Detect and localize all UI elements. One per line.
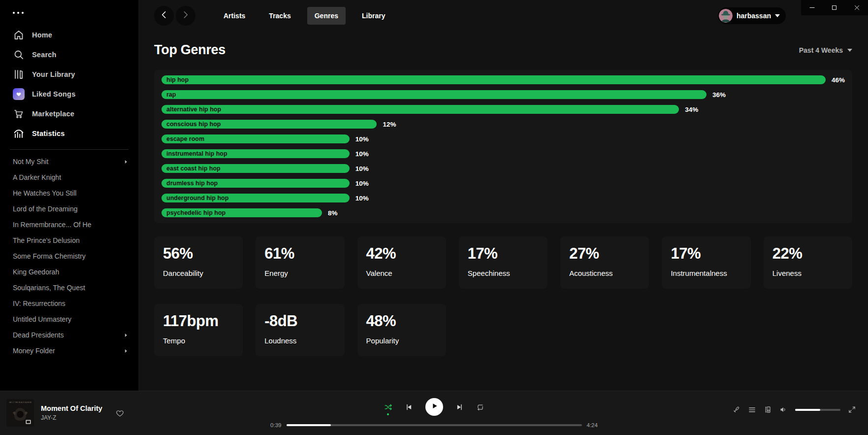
playlist-item[interactable]: Soulqarians, The Quest (0, 280, 138, 296)
previous-button[interactable] (405, 403, 413, 411)
volume-slider[interactable] (795, 409, 840, 411)
play-button[interactable] (425, 398, 443, 416)
player-right-controls (732, 405, 856, 414)
genre-bar-value: 34% (685, 106, 698, 113)
genre-bar-label: east coast hip hop (166, 165, 221, 172)
volume-slider-fill (795, 409, 820, 411)
chart-row: alternative hip hop34% (161, 105, 845, 114)
shuffle-button[interactable] (384, 403, 392, 411)
chevron-right-icon (123, 159, 129, 165)
volume-button[interactable] (779, 405, 788, 414)
time-range-label: Past 4 Weeks (799, 46, 843, 54)
stat-card-popularity: 48%Popularity (357, 304, 446, 356)
repeat-icon (476, 403, 484, 411)
forward-button[interactable] (176, 6, 195, 26)
main-content: ArtistsTracksGenresLibrary harbassan Top… (138, 0, 868, 391)
tab-genres[interactable]: Genres (307, 7, 346, 25)
skip-forward-icon (455, 403, 464, 411)
playlist-item[interactable]: Dead Presidents (0, 327, 138, 343)
seek-bar[interactable] (287, 424, 582, 426)
sidebar-item-marketplace[interactable]: Marketplace (0, 104, 138, 124)
connect-device-button[interactable] (764, 405, 772, 414)
lyrics-button[interactable] (732, 405, 740, 414)
topbar: ArtistsTracksGenresLibrary harbassan (154, 0, 852, 32)
sidebar-item-statistics[interactable]: Statistics (0, 124, 138, 143)
track-artist[interactable]: JAY-Z (41, 414, 102, 421)
page-title: Top Genres (154, 42, 225, 58)
playlist-item[interactable]: Some Forma Chemistry (0, 248, 138, 264)
like-button[interactable] (115, 408, 125, 418)
playlist-item[interactable]: King Geedorah (0, 264, 138, 280)
time-range-dropdown[interactable]: Past 4 Weeks (799, 46, 852, 54)
spotify-app: HomeSearchYour LibraryLiked SongsMarketp… (0, 0, 868, 435)
playlist-item[interactable]: He Watches You Still (0, 185, 138, 201)
genre-bar-label: psychedelic hip hop (166, 209, 225, 216)
stat-value: 61% (264, 245, 335, 263)
playlist-item[interactable]: A Darker Knight (0, 169, 138, 185)
playlist-label: The Prince's Delusion (13, 236, 80, 244)
genre-bar: rap (161, 90, 707, 99)
stat-card-liveness: 22%Liveness (764, 236, 852, 289)
genre-bar-label: rap (166, 91, 176, 98)
stat-card-instrumentalness: 17%Instrumentalness (662, 236, 750, 289)
sidebar-item-home[interactable]: Home (0, 25, 138, 45)
stats-icon (13, 128, 25, 139)
playlist-item[interactable]: The Prince's Delusion (0, 233, 138, 248)
genre-bar-label: conscious hip hop (166, 121, 221, 128)
track-title[interactable]: Moment Of Clarity (41, 404, 102, 412)
sidebar-item-search[interactable]: Search (0, 45, 138, 65)
chart-row: drumless hip hop10% (161, 179, 845, 188)
shuffle-icon (384, 403, 392, 411)
playlist-item[interactable]: Not My Shit (0, 154, 138, 169)
tab-library[interactable]: Library (354, 7, 392, 25)
chart-row: east coast hip hop10% (161, 164, 845, 173)
album-art[interactable]: JAY-Z THE BLACK ALBUM (6, 399, 34, 427)
library-icon (13, 68, 25, 80)
app-menu-ellipsis-icon[interactable] (0, 7, 138, 19)
now-playing: JAY-Z THE BLACK ALBUM Moment Of Clarity … (6, 399, 125, 427)
chart-row: escape room10% (161, 134, 845, 143)
user-menu[interactable]: harbassan (718, 7, 786, 24)
sidebar-item-your-library[interactable]: Your Library (0, 65, 138, 84)
stat-label: Acousticness (569, 269, 640, 277)
next-button[interactable] (455, 403, 464, 411)
tab-artists[interactable]: Artists (216, 7, 253, 25)
search-icon (13, 49, 25, 61)
playlist-label: IV: Resurrections (13, 300, 65, 307)
genre-bar-value: 10% (355, 135, 369, 143)
close-button[interactable] (846, 0, 868, 15)
sidebar-item-label: Marketplace (32, 110, 74, 118)
sidebar-item-liked-songs[interactable]: Liked Songs (0, 84, 138, 104)
playlist-item[interactable]: Money Folder (0, 343, 138, 359)
tab-tracks[interactable]: Tracks (261, 7, 298, 25)
top-genres-chart: hip hop46%rap36%alternative hip hop34%co… (154, 70, 852, 223)
sidebar-item-label: Home (32, 31, 52, 39)
stats-tabs: ArtistsTracksGenresLibrary (216, 7, 392, 25)
stat-card-energy: 61%Energy (256, 236, 344, 289)
chevron-right-icon (181, 10, 191, 22)
maximize-button[interactable] (823, 0, 845, 15)
fullscreen-button[interactable] (848, 405, 856, 414)
playlist-item[interactable]: Untitled Unmastery (0, 311, 138, 327)
queue-button[interactable] (748, 405, 756, 414)
chevron-right-icon (123, 333, 129, 338)
playlist-item[interactable]: Lord of the Dreaming (0, 201, 138, 217)
genre-bar-value: 36% (712, 91, 726, 99)
repeat-button[interactable] (476, 403, 484, 411)
genre-bar-value: 10% (355, 150, 369, 158)
stat-label: Tempo (163, 336, 234, 345)
stat-label: Energy (264, 269, 335, 277)
stat-value: 48% (366, 312, 437, 330)
player-bar: JAY-Z THE BLACK ALBUM Moment Of Clarity … (0, 391, 868, 435)
genre-bar-value: 10% (355, 165, 369, 172)
genre-bar-value: 10% (355, 180, 369, 187)
stat-label: Liveness (772, 269, 843, 277)
genre-bar-value: 12% (383, 121, 396, 128)
playlist-item[interactable]: IV: Resurrections (0, 296, 138, 311)
minimize-button[interactable] (801, 0, 823, 15)
back-button[interactable] (154, 6, 174, 26)
genre-bar-value: 8% (328, 209, 338, 217)
play-icon (430, 402, 439, 412)
heart-outline-icon (115, 408, 125, 418)
playlist-item[interactable]: In Remembrance... Of He (0, 217, 138, 233)
